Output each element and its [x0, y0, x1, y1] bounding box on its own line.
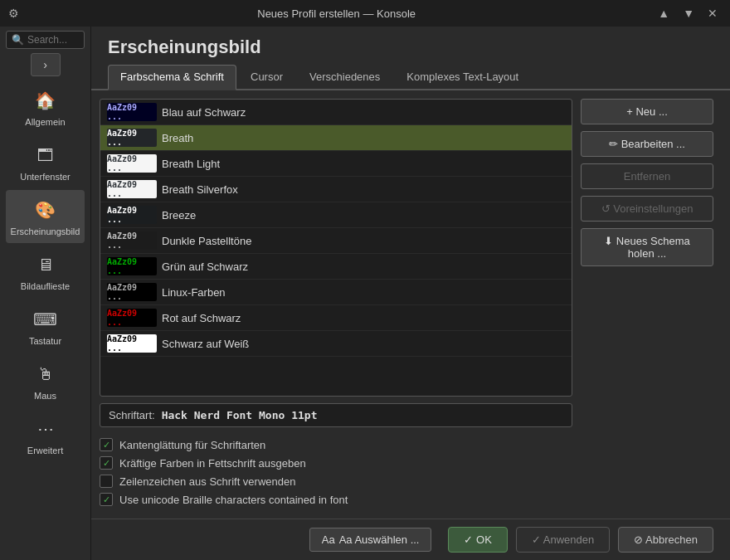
sidebar-label-unterfenster: Unterfenster [20, 172, 71, 182]
scheme-item-breath-silverfox[interactable]: AaZz09 ... Breath Silverfox [100, 177, 572, 202]
sidebar-label-erweitert: Erweitert [27, 446, 63, 455]
sidebar-icon-allgemein: 🏠 [32, 87, 59, 114]
maximize-button[interactable]: ▼ [679, 5, 698, 22]
search-box[interactable]: 🔍 [6, 31, 85, 49]
scheme-preview-breath: AaZz09 ... [107, 129, 157, 147]
scheme-preview-linux-farben: AaZz09 ... [107, 283, 157, 301]
scheme-item-breath[interactable]: AaZz09 ... Breath [100, 125, 572, 151]
tab-cursor[interactable]: Cursor [238, 65, 295, 89]
scheme-item-breeze[interactable]: AaZz09 ... Breeze [100, 202, 572, 228]
scheme-preview-breath-silverfox: AaZz09 ... [107, 180, 157, 198]
close-button[interactable]: ✕ [703, 5, 722, 22]
font-value: Hack Nerd Font Mono 11pt [162, 409, 318, 421]
scheme-list[interactable]: AaZz09 ... Blau auf Schwarz AaZz09 ... B… [100, 100, 572, 396]
tab-farbschema[interactable]: Farbschema & Schrift [108, 65, 236, 90]
left-panel: AaZz09 ... Blau auf Schwarz AaZz09 ... B… [100, 99, 572, 510]
scheme-name-rot-schwarz: Rot auf Schwarz [162, 312, 241, 324]
checkbox-kraftige-farben[interactable]: ✓ [100, 456, 113, 470]
scheme-preview-breeze: AaZz09 ... [107, 206, 157, 224]
sidebar-icon-erscheinungsbild: 🎨 [32, 197, 59, 223]
bottom-button-ok[interactable]: ✓ OK [448, 527, 507, 553]
minimize-button[interactable]: ▲ [654, 5, 674, 22]
checkbox-label-unicode-braille: Use unicode Braille characters contained… [119, 494, 348, 506]
checkbox-kantenglattung[interactable]: ✓ [100, 438, 113, 451]
right-panel: + Neu ...✏ Bearbeiten ...Entfernen↺ Vore… [581, 99, 713, 510]
sidebar-icon-maus: 🖱 [32, 361, 59, 387]
scheme-name-breath-silverfox: Breath Silverfox [162, 183, 238, 196]
sidebar-item-bildauflieste[interactable]: 🖥 Bildauflieste [6, 245, 85, 298]
checkbox-row-unicode-braille[interactable]: ✓ Use unicode Braille characters contain… [100, 493, 572, 506]
sidebar-icon-unterfenster: 🗔 [32, 142, 59, 168]
scheme-item-rot-schwarz[interactable]: AaZz09 ... Rot auf Schwarz [100, 305, 572, 331]
scheme-item-schwarz-weiss[interactable]: AaZz09 ... Schwarz auf Weiß [100, 331, 572, 357]
sidebar-icon-bildauflieste: 🖥 [32, 251, 59, 278]
bottom-bar: Aa Aa Auswählen ... ✓ OK✓ Anwenden⊘ Abbr… [91, 519, 730, 560]
checkbox-row-kantenglattung[interactable]: ✓ Kantenglättung für Schriftarten [100, 438, 572, 451]
scheme-list-container: AaZz09 ... Blau auf Schwarz AaZz09 ... B… [100, 99, 572, 397]
scheme-preview-grun-schwarz: AaZz09 ... [107, 257, 157, 275]
sidebar-item-unterfenster[interactable]: 🗔 Unterfenster [6, 135, 85, 188]
right-button-entfernen: Entfernen [581, 163, 713, 189]
scheme-name-schwarz-weiss: Schwarz auf Weiß [162, 338, 249, 350]
window-title: Neues Profil erstellen — Konsole [19, 7, 654, 20]
tab-komplexes[interactable]: Komplexes Text-Layout [394, 65, 531, 89]
checkbox-label-kraftige-farben: Kräftige Farben in Fettschrift ausgeben [119, 457, 306, 470]
scheme-preview-breath-light: AaZz09 ... [107, 154, 157, 173]
sidebar: 🔍 › 🏠 Allgemein 🗔 Unterfenster 🎨 Erschei… [0, 27, 91, 560]
right-button-voreinstellungen: ↺ Voreinstellungen [581, 196, 713, 222]
sidebar-expand-button[interactable]: › [31, 53, 61, 76]
scheme-name-breeze: Breeze [162, 209, 196, 222]
font-select-button[interactable]: Aa Aa Auswählen ... [309, 528, 432, 552]
search-input[interactable] [27, 34, 81, 46]
font-select-icon: Aa [322, 533, 335, 546]
checkbox-zeilenzeichen[interactable] [100, 475, 113, 488]
scheme-preview-rot-schwarz: AaZz09 ... [107, 309, 157, 327]
window-controls: ▲ ▼ ✕ [654, 5, 722, 22]
content-area: Erscheinungsbild Farbschema & SchriftCur… [91, 27, 730, 560]
sidebar-label-allgemein: Allgemein [25, 117, 65, 127]
search-icon: 🔍 [12, 34, 24, 46]
sidebar-item-allgemein[interactable]: 🏠 Allgemein [6, 80, 85, 134]
right-button-bearbeiten[interactable]: ✏ Bearbeiten ... [581, 131, 713, 157]
main-layout: 🔍 › 🏠 Allgemein 🗔 Unterfenster 🎨 Erschei… [0, 27, 730, 560]
bottom-button-anwenden: ✓ Anwenden [516, 527, 610, 553]
sidebar-item-erscheinungsbild[interactable]: 🎨 Erscheinungsbild [6, 190, 85, 243]
scheme-name-breath-light: Breath Light [162, 158, 220, 170]
sidebar-icon-tastatur: ⌨ [32, 306, 59, 333]
font-row: Schriftart: Hack Nerd Font Mono 11pt [100, 403, 572, 427]
bottom-button-abbrechen[interactable]: ⊘ Abbrechen [618, 527, 713, 553]
font-info: Schriftart: Hack Nerd Font Mono 11pt [109, 409, 317, 421]
checkbox-unicode-braille[interactable]: ✓ [100, 493, 113, 506]
checkbox-label-zeilenzeichen: Zeilenzeichen aus Schrift verwenden [119, 475, 295, 488]
scheme-item-blau-schwarz[interactable]: AaZz09 ... Blau auf Schwarz [100, 100, 572, 125]
scheme-item-breath-light[interactable]: AaZz09 ... Breath Light [100, 151, 572, 177]
font-select-label: Aa Auswählen ... [339, 533, 420, 546]
title-icon: ⚙ [8, 7, 19, 20]
tab-verschiedenes[interactable]: Verschiedenes [297, 65, 392, 89]
sidebar-label-maus: Maus [34, 391, 56, 401]
scheme-name-blau-schwarz: Blau auf Schwarz [162, 106, 246, 119]
checkbox-row-zeilenzeichen[interactable]: Zeilenzeichen aus Schrift verwenden [100, 475, 572, 488]
scheme-preview-schwarz-weiss: AaZz09 ... [107, 334, 157, 353]
bottom-buttons: ✓ OK✓ Anwenden⊘ Abbrechen [448, 527, 713, 553]
scheme-name-dunkle-pastelltone: Dunkle Pastelltöne [162, 235, 251, 247]
scheme-item-grun-schwarz[interactable]: AaZz09 ... Grün auf Schwarz [100, 254, 572, 280]
titlebar: ⚙ Neues Profil erstellen — Konsole ▲ ▼ ✕ [0, 0, 730, 27]
right-button-neues-schema[interactable]: ⬇ Neues Schema holen ... [581, 228, 713, 266]
scheme-name-linux-farben: Linux-Farben [162, 286, 226, 299]
sidebar-label-erscheinungsbild: Erscheinungsbild [11, 226, 80, 236]
scheme-item-linux-farben[interactable]: AaZz09 ... Linux-Farben [100, 280, 572, 305]
checkboxes-section: ✓ Kantenglättung für Schriftarten ✓ Kräf… [100, 434, 572, 510]
checkbox-row-kraftige-farben[interactable]: ✓ Kräftige Farben in Fettschrift ausgebe… [100, 456, 572, 470]
scheme-preview-dunkle-pastelltone: AaZz09 ... [107, 231, 157, 250]
sidebar-item-maus[interactable]: 🖱 Maus [6, 354, 85, 407]
page-title: Erscheinungsbild [91, 27, 730, 58]
scheme-preview-blau-schwarz: AaZz09 ... [107, 103, 157, 121]
sidebar-item-tastatur[interactable]: ⌨ Tastatur [6, 299, 85, 353]
sidebar-item-erweitert[interactable]: ⋯ Erweitert [6, 409, 85, 462]
font-label: Schriftart: [109, 409, 155, 421]
scheme-item-dunkle-pastelltone[interactable]: AaZz09 ... Dunkle Pastelltöne [100, 228, 572, 254]
scheme-name-grun-schwarz: Grün auf Schwarz [162, 261, 248, 273]
right-button-neu[interactable]: + Neu ... [581, 99, 713, 124]
checkbox-label-kantenglattung: Kantenglättung für Schriftarten [119, 439, 265, 451]
